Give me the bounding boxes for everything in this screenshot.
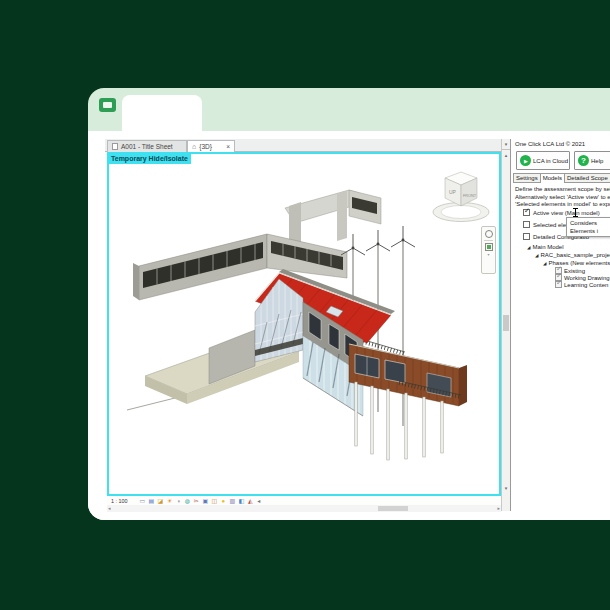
scroll-down-icon[interactable]: ▾ (502, 485, 510, 491)
tooltip-line: Considers (570, 219, 610, 227)
close-icon[interactable]: × (226, 143, 230, 150)
browser-page: A001 - Title Sheet ⌂ {3D} × Temporary Hi… (88, 131, 610, 520)
doc-tab-label: A001 - Title Sheet (121, 143, 173, 150)
temporary-properties-icon[interactable]: ▥ (228, 497, 236, 505)
rendering-icon[interactable]: ◍ (183, 497, 191, 505)
vertical-scrollbar[interactable]: ▾ ▴ ▾ (501, 139, 510, 511)
checkbox-checked-gray[interactable]: ✓ (555, 281, 562, 288)
help-button[interactable]: ? Help (574, 151, 610, 170)
zoom-region-icon[interactable] (485, 243, 493, 251)
tree-check-learning-content[interactable]: ✓ Learning Conten (555, 281, 608, 288)
scroll-up-icon[interactable]: ▴ (502, 152, 510, 158)
tab-menu-icon[interactable]: ▾ (502, 139, 510, 150)
tree-label: Learning Conten (564, 282, 608, 288)
crop-view-icon[interactable]: ✂ (192, 497, 200, 505)
revit-doc-tabbar: A001 - Title Sheet ⌂ {3D} × (105, 139, 501, 152)
divider (484, 240, 493, 241)
one-click-lca-panel: One Click LCA Ltd © 2021 ▶ LCA in Cloud … (510, 139, 610, 511)
unlock-view-icon[interactable]: ◫ (210, 497, 218, 505)
browser-tab[interactable] (122, 95, 202, 131)
expander-icon[interactable]: ◢ (535, 253, 538, 258)
house-icon: ⌂ (192, 144, 196, 150)
doc-tab-label: {3D} (199, 143, 212, 150)
revit-window: A001 - Title Sheet ⌂ {3D} × Temporary Hi… (105, 139, 610, 511)
tree-label: Main Model (532, 244, 563, 250)
scale-label[interactable]: 1 : 100 (111, 498, 128, 503)
shadows-icon[interactable]: ◑ (174, 497, 182, 505)
text-cursor (573, 208, 578, 217)
window-icon (99, 98, 116, 112)
lca-in-cloud-button[interactable]: ▶ LCA in Cloud (516, 151, 570, 170)
viewcube-front-label: FRONT (463, 194, 477, 198)
tree-label: Existing (564, 268, 585, 274)
checkbox-unchecked[interactable] (523, 221, 530, 228)
scope-description: Define the assessment scope by selectin … (515, 186, 610, 209)
tree-check-working-drawing[interactable]: ✓ Working Drawing (555, 274, 610, 281)
tree-node-phases[interactable]: ◢ Phases (New elements) (543, 260, 610, 266)
lca-in-cloud-label: LCA in Cloud (533, 158, 568, 164)
crop-region-icon[interactable]: ▭ (138, 497, 146, 505)
hscroll-thumb[interactable] (378, 506, 408, 511)
expander-icon[interactable]: ◢ (543, 261, 546, 266)
temporary-hide-isolate-badge[interactable]: Temporary Hide/Isolate (109, 154, 191, 164)
sheet-icon (112, 143, 118, 150)
tree-label: Working Drawing (564, 275, 610, 281)
vscroll-thumb[interactable] (503, 315, 509, 331)
doc-tab-title-sheet[interactable]: A001 - Title Sheet (107, 140, 187, 152)
steering-wheel-icon[interactable] (485, 230, 493, 238)
analytical-icon[interactable]: ◭ (246, 497, 254, 505)
view-control-bar: 1 : 100 ▭ ▤ ◪ ☀ ◑ ◍ ✂ ▣ ◫ ● ▥ ◧ ◭ ◂ (107, 496, 501, 505)
panel-tabs: Settings Models Detailed Scope M (513, 172, 610, 183)
tree-node-main-model[interactable]: ◢ Main Model (527, 244, 563, 250)
browser-card: A001 - Title Sheet ⌂ {3D} × Temporary Hi… (88, 88, 610, 520)
active-view-label: Active view (Main model) (533, 210, 600, 216)
collapse-arrow-icon[interactable]: ◂ (257, 497, 260, 504)
doc-tab-3d[interactable]: ⌂ {3D} × (187, 140, 235, 152)
panel-title: One Click LCA Ltd © 2021 (515, 141, 585, 147)
background-building (133, 190, 381, 300)
play-icon: ▶ (520, 155, 531, 166)
description-line: Alternatively select 'Active view' to ex… (515, 194, 610, 202)
tab-detailed-scope[interactable]: Detailed Scope (564, 173, 610, 182)
reveal-hidden-icon[interactable]: ● (219, 497, 227, 505)
sun-path-icon[interactable]: ☀ (165, 497, 173, 505)
tab-settings[interactable]: Settings (513, 173, 541, 182)
detail-level-icon[interactable]: ▤ (147, 497, 155, 505)
tree-label: RAC_basic_sample_projec (540, 252, 610, 258)
navbar-more-icon[interactable]: ▾ (487, 253, 489, 256)
help-label: Help (591, 158, 603, 164)
horizontal-scrollbar[interactable]: ◂ ▸ (107, 505, 501, 512)
view-control-icons: ▭ ▤ ◪ ☀ ◑ ◍ ✂ ▣ ◫ ● ▥ ◧ ◭ (138, 497, 254, 505)
active-view-checkbox-row[interactable]: ✓ Active view (Main model) (523, 209, 600, 216)
worksharing-icon[interactable]: ◧ (237, 497, 245, 505)
expander-icon[interactable]: ◢ (527, 245, 530, 250)
navigation-bar: ▾ (481, 226, 496, 274)
checkbox-unchecked[interactable] (523, 233, 530, 240)
checkbox-checked[interactable]: ✓ (523, 209, 530, 216)
wood-volume (349, 344, 467, 406)
tooltip-line: Elements i (570, 227, 610, 235)
window-icon-inner (103, 102, 112, 108)
show-crop-icon[interactable]: ▣ (201, 497, 209, 505)
drawing-viewport[interactable]: Temporary Hide/Isolate (107, 152, 501, 496)
question-icon: ? (578, 155, 589, 166)
visual-style-icon[interactable]: ◪ (156, 497, 164, 505)
tooltip: Considers Elements i (566, 217, 610, 237)
viewcube-up-label: UP (449, 189, 457, 195)
main-house (255, 269, 395, 416)
scroll-left-icon[interactable]: ◂ (108, 505, 111, 512)
tree-node-project[interactable]: ◢ RAC_basic_sample_projec (535, 252, 610, 258)
tab-models[interactable]: Models (540, 173, 565, 183)
description-line: Define the assessment scope by selectin (515, 186, 610, 194)
scroll-right-icon[interactable]: ▸ (497, 505, 500, 512)
viewcube[interactable]: UP FRONT (433, 172, 489, 222)
3d-model-view: UP FRONT (109, 154, 499, 494)
